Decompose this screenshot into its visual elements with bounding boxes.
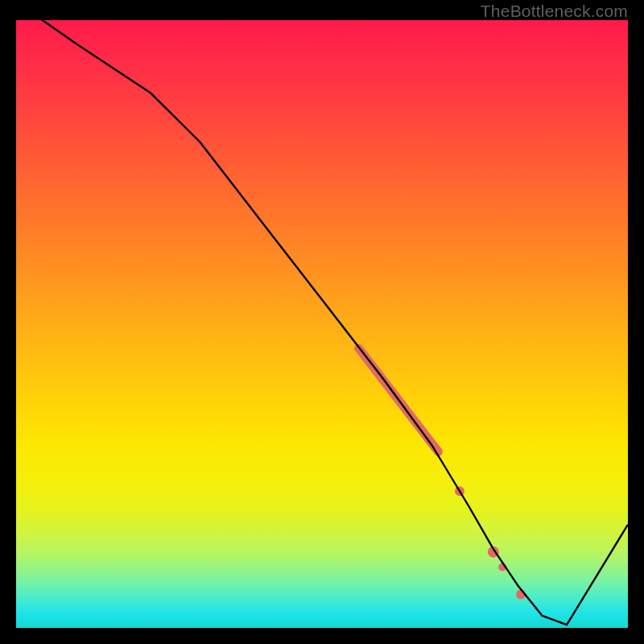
bottleneck-curve [16,2,628,625]
chart-frame: TheBottleneck.com [0,0,644,644]
curve-layer [16,2,628,625]
highlight-layer [359,349,526,600]
chart-overlay [0,0,644,644]
